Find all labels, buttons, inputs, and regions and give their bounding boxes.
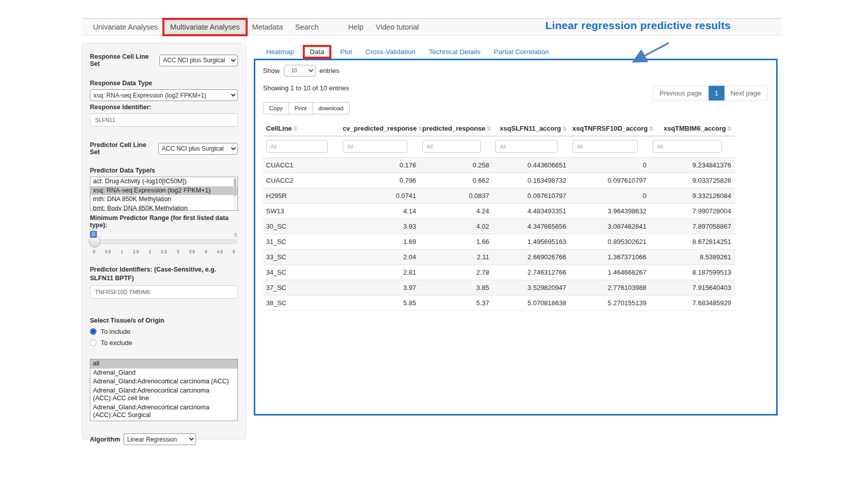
table-cell: H295R <box>263 188 341 204</box>
table-cell: SW13 <box>263 204 341 219</box>
response-identifier-label: Response Identifier: <box>90 104 238 111</box>
table-cell: 0.097610797 <box>570 173 650 188</box>
column-header-label: predicted_response <box>422 125 486 132</box>
slider-tick-labels: 00.511.522.533.544.55 <box>92 249 236 254</box>
table-cell: 0.258 <box>420 158 493 173</box>
radio-icon[interactable] <box>90 328 97 335</box>
listbox-option-mth-dna-850k-methylation[interactable]: mth: DNA 850K Methylation <box>90 195 237 204</box>
nav-item-video-tutorial[interactable]: Video tutorial <box>370 19 425 35</box>
sort-icon[interactable]: ⇅ <box>727 126 731 132</box>
table-cell: 0.0741 <box>341 188 420 204</box>
filter-input-xsqtmbim6-accorg[interactable] <box>653 140 722 153</box>
nav-item-multivariate-analyses[interactable]: Multivariate Analyses <box>164 19 246 35</box>
column-header-xsqtnfrsf10d-accorg[interactable]: xsqTNFRSF10D_accorg⇅ <box>570 121 650 136</box>
export-button-print[interactable]: Print <box>289 102 313 114</box>
sort-icon[interactable]: ⇅ <box>648 126 653 132</box>
table-cell: 5.070818638 <box>493 296 570 311</box>
table-row: 38_SC5.855.375.0708186385.2701551397.683… <box>263 296 735 311</box>
entries-label: entries <box>320 67 340 75</box>
radio-icon[interactable] <box>90 339 97 346</box>
table-cell: 34_SC <box>263 265 341 280</box>
column-header-xsqslfn11-accorg[interactable]: xsqSLFN11_accorg⇅ <box>493 121 570 136</box>
listbox-scrollbar[interactable] <box>233 178 237 210</box>
tab-plot[interactable]: Plot <box>333 45 358 58</box>
table-cell: 1.69 <box>341 234 420 250</box>
page-number-button[interactable]: 1 <box>709 86 725 101</box>
filter-input-cellline[interactable] <box>266 140 328 153</box>
tab-partial-correlation[interactable]: Partial Correlation <box>487 45 556 58</box>
table-row: 34_SC2.812.782.7463127661.4646682678.187… <box>263 265 735 280</box>
sort-icon[interactable]: ⇅ <box>293 126 297 132</box>
tab-cross-validation[interactable]: Cross-Validation <box>359 45 422 58</box>
sort-icon[interactable]: ⇅ <box>487 126 491 132</box>
predictor-identifiers-input[interactable] <box>90 285 238 299</box>
table-cell: 0 <box>570 158 650 173</box>
listbox-option-act-drug-activity-log10-ic50m[interactable]: act: Drug Activity (-log10[IC50M]) <box>90 177 237 186</box>
slider-max-label: 5 <box>234 232 237 237</box>
nav-item-univariate-analyses[interactable]: Univariate Analyses <box>87 19 164 35</box>
listbox-option-all[interactable]: all <box>90 359 237 369</box>
nav-item-metadata[interactable]: Metadata <box>246 19 289 35</box>
column-header-cellline[interactable]: CellLine⇅ <box>263 121 341 136</box>
tab-heatmap[interactable]: Heatmap <box>259 45 301 58</box>
slider-tick: 5 <box>232 249 236 254</box>
entries-select[interactable]: 10 <box>284 65 316 77</box>
tab-data[interactable]: Data <box>303 45 332 59</box>
filter-input-predicted-response[interactable] <box>422 140 481 153</box>
listbox-option-adrenal-gland-adrenocortical-carcinoma-acc-acc-cell-line[interactable]: Adrenal_Gland:Adrenocortical carcinoma (… <box>90 386 237 403</box>
response-identifier-input[interactable] <box>90 113 238 127</box>
export-button-copy[interactable]: Copy <box>263 102 289 114</box>
table-cell: 5.37 <box>420 296 493 311</box>
listbox-option-xsq-rna-seq-expression-log2-fpkm-1[interactable]: xsq: RNA-seq Expression (log2 FPKM+1) <box>90 186 237 196</box>
sort-icon[interactable]: ⇅ <box>418 126 422 132</box>
min-predictor-range-slider[interactable]: 0 5 00.511.522.533.544.55 <box>91 231 237 258</box>
radio-to-exclude[interactable]: To exclude <box>90 339 238 347</box>
column-header-label: CellLine <box>266 125 292 132</box>
listbox-option-adrenal-gland-adrenocortical-carcinoma-acc-acc-surgical[interactable]: Adrenal_Gland:Adrenocortical carcinoma (… <box>90 403 237 420</box>
table-row: CUACC10.1760.2580.44360665109.234841376 <box>263 158 735 173</box>
column-header-label: xsqTNFRSF10D_accorg <box>572 125 647 132</box>
table-cell: 9.234841376 <box>650 158 735 173</box>
column-header-predicted-response[interactable]: predicted_response⇅ <box>420 121 493 136</box>
table-cell: 30_SC <box>263 219 341 234</box>
table-cell: 4.483493351 <box>493 204 570 219</box>
table-cell: 9.033725826 <box>650 173 735 188</box>
response-cell-line-set-label: Response Cell Line Set <box>90 53 156 67</box>
tab-technical-details[interactable]: Technical Details <box>422 45 487 58</box>
table-cell: 3.529820947 <box>493 280 570 296</box>
export-button-download[interactable]: download <box>313 102 350 114</box>
table-cell: 7.990728004 <box>650 204 735 219</box>
table-row: CUACC20.7960.6620.1634987320.0976107979.… <box>263 173 735 188</box>
table-cell: 0.895302621 <box>570 234 650 250</box>
predictor-cell-line-set-select[interactable]: ACC NCI plus Surgical <box>158 143 238 155</box>
table-cell: 4.14 <box>341 204 420 219</box>
radio-to-include[interactable]: To include <box>90 328 238 335</box>
listbox-option-adrenal-gland-adrenocortical-carcinoma-acc[interactable]: Adrenal_Gland:Adrenocortical carcinoma (… <box>90 377 237 386</box>
nav-item-help[interactable]: Help <box>342 19 370 35</box>
table-cell: 7.915640403 <box>650 280 735 296</box>
slider-track[interactable] <box>91 239 237 244</box>
pagination: Previous page 1 Next page <box>653 86 767 101</box>
radio-label: To include <box>101 328 131 335</box>
table-cell: 38_SC <box>263 296 341 311</box>
slider-tick: 3.5 <box>189 249 195 254</box>
previous-page-button[interactable]: Previous page <box>653 86 708 101</box>
sort-icon[interactable]: ⇅ <box>562 126 566 132</box>
column-header-cv-predicted-response[interactable]: cv_predicted_response⇅ <box>341 121 420 136</box>
table-cell: 5.270155139 <box>570 296 650 311</box>
listbox-option-bmt-body-dna-850k-methylation[interactable]: bmt: Body DNA 850K Methylation <box>90 204 237 211</box>
filter-input-xsqtnfrsf10d-accorg[interactable] <box>572 140 638 153</box>
response-cell-line-set-select[interactable]: ACC NCI plus Surgical <box>159 55 238 66</box>
column-header-xsqtmbim6-accorg[interactable]: xsqTMBIM6_accorg⇅ <box>650 121 735 136</box>
table-cell: 2.78 <box>420 265 493 280</box>
table-cell: 2.11 <box>420 250 493 265</box>
filter-input-cv-predicted-response[interactable] <box>343 140 407 153</box>
filter-input-xsqslfn11-accorg[interactable] <box>495 140 558 153</box>
algorithm-select[interactable]: Linear Regression <box>124 433 196 445</box>
response-data-type-select[interactable]: xsq: RNA-seq Expression (log2 FPKM+1) <box>90 89 238 101</box>
next-page-button[interactable]: Next page <box>725 86 767 101</box>
table-cell: 2.669026766 <box>493 250 570 265</box>
nav-item-search[interactable]: Search <box>289 19 325 35</box>
listbox-option-adrenal-gland[interactable]: Adrenal_Gland <box>90 369 237 378</box>
table-cell: 7.683485929 <box>650 296 735 311</box>
